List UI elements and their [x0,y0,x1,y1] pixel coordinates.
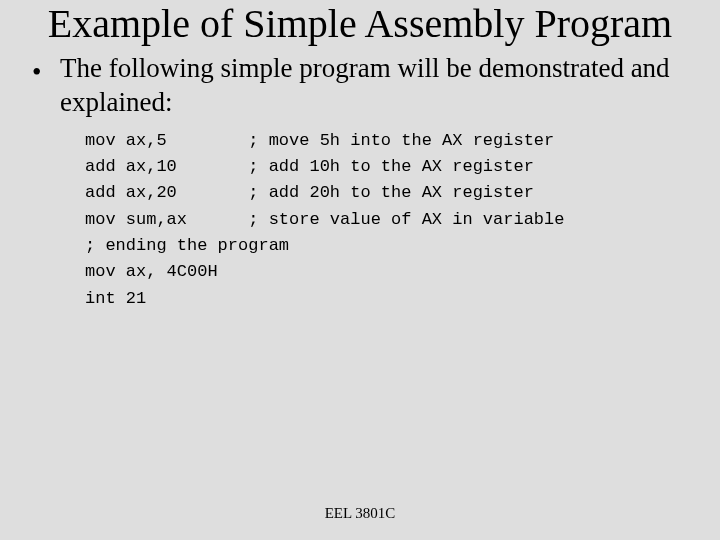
bullet-text: The following simple program will be dem… [60,52,690,120]
slide-body: • The following simple program will be d… [0,46,720,312]
code-block: mov ax,5 ; move 5h into the AX register … [30,120,690,312]
slide-title: Example of Simple Assembly Program [0,0,720,46]
slide: Example of Simple Assembly Program • The… [0,0,720,540]
bullet-item: • The following simple program will be d… [30,52,690,120]
slide-footer: EEL 3801C [0,505,720,522]
bullet-dot: • [30,52,60,90]
